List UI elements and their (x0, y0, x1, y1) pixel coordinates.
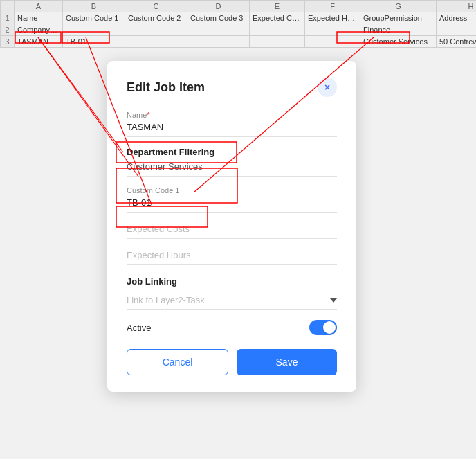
edit-job-item-dialog: Edit Job Item × Name* TASMAN Department … (107, 61, 356, 392)
name-value[interactable]: TASMAN (127, 120, 337, 137)
department-filter-label: Department Filtering (127, 147, 337, 157)
close-button[interactable]: × (318, 78, 337, 97)
link-task-placeholder: Link to Layer2-Task (127, 295, 205, 305)
active-row: Active (127, 320, 337, 335)
custom-code-field-group: Custom Code 1 TB-01 (127, 186, 337, 213)
dialog-header: Edit Job Item × (127, 78, 337, 97)
dialog-footer: Cancel Save (127, 349, 337, 375)
expected-costs-placeholder[interactable]: Expected Costs (127, 222, 337, 239)
name-field-group: Name* TASMAN (127, 111, 337, 137)
name-label: Name* (127, 111, 337, 119)
link-task-dropdown[interactable]: Link to Layer2-Task (127, 292, 337, 310)
active-label: Active (127, 323, 151, 333)
expected-hours-field-group: Expected Hours (127, 249, 337, 265)
custom-code-label: Custom Code 1 (127, 186, 337, 195)
cancel-button[interactable]: Cancel (127, 349, 228, 375)
expected-hours-placeholder[interactable]: Expected Hours (127, 249, 337, 265)
active-toggle[interactable] (309, 320, 337, 335)
custom-code-value[interactable]: TB-01 (127, 196, 337, 213)
department-filter-value[interactable]: Customer Services (127, 160, 337, 177)
expected-costs-field-group: Expected Costs (127, 222, 337, 239)
toggle-knob (323, 321, 336, 334)
job-linking-label: Job Linking (127, 276, 337, 287)
department-filter-section: Department Filtering Customer Services (127, 147, 337, 177)
save-button[interactable]: Save (237, 349, 337, 375)
dialog-title: Edit Job Item (127, 80, 205, 95)
dropdown-arrow-icon (330, 298, 337, 303)
